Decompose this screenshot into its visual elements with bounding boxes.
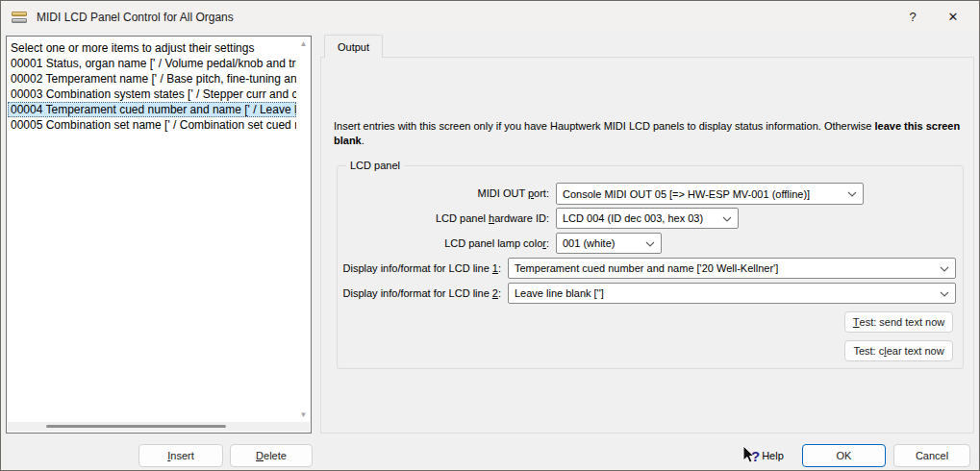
label-text: ardware ID: [494, 212, 549, 224]
label-text: LCD panel [436, 212, 489, 224]
lcd-panel-groupbox: LCD panel MIDI OUT port: Console MIDI OU… [337, 165, 964, 369]
label-mnemonic: D [256, 450, 264, 461]
midi-out-port-select[interactable]: Console MIDI OUT 05 [=> HW-ESP MV-001 (o… [556, 183, 864, 205]
insert-button[interactable]: Insert [138, 444, 223, 467]
help-button[interactable]: ? Help [741, 444, 784, 467]
help-label: Help [762, 450, 784, 461]
chevron-down-icon [940, 291, 949, 297]
instructions-normal: Insert entries with this screen only if … [334, 120, 874, 132]
tab-output-label: Output [338, 41, 369, 53]
chevron-down-icon [847, 191, 857, 197]
label-text: Test: c [853, 345, 884, 357]
items-listbox: Select one or more items to adjust their… [6, 36, 312, 434]
titlebar-buttons: ? ✕ [892, 1, 973, 33]
label-text: Display info/format for LCD line [343, 262, 492, 274]
groupbox-title: LCD panel [346, 159, 404, 172]
list-item[interactable]: 00005 Combination set name [' / Combinat… [8, 117, 296, 133]
label-text: : [498, 262, 501, 274]
lcd-line1-select[interactable]: Temperament cued number and name ['20 We… [508, 258, 956, 279]
label-text: est: send text now [860, 316, 945, 328]
mouse-cursor [741, 445, 755, 467]
horizontal-scrollbar[interactable] [8, 422, 310, 432]
instructions-period: . [362, 135, 364, 146]
list-item-selected[interactable]: 00004 Temperament cued number and name [… [8, 102, 296, 117]
label-mnemonic: T [853, 316, 860, 328]
output-tab-panel: Insert entries with this screen only if … [320, 57, 974, 434]
dialog-window: MIDI LCD Panel Control for All Organs ? … [0, 0, 980, 471]
vertical-scrollbar[interactable]: ▲ ▼ [297, 37, 310, 422]
close-icon[interactable]: ✕ [933, 1, 973, 33]
lcd-line2-value: Leave line blank [''] [515, 287, 604, 299]
hardware-id-value: LCD 004 (ID dec 003, hex 03) [563, 212, 703, 224]
app-icon-top-bar [12, 12, 27, 16]
lamp-color-value: 001 (white) [563, 237, 615, 249]
app-icon [12, 10, 27, 25]
lcd-line2-select[interactable]: Leave line blank [''] [508, 283, 956, 304]
chevron-down-icon [940, 266, 949, 272]
ok-button[interactable]: OK [802, 444, 886, 467]
label-text: ort: [534, 187, 549, 199]
lcd-line1-label: Display info/format for LCD line 1: [343, 258, 501, 279]
label-text: nsert [170, 450, 193, 461]
test-send-text-button[interactable]: Test: send text now [844, 311, 953, 333]
label-text: ear text now [887, 345, 944, 357]
midi-out-port-value: Console MIDI OUT 05 [=> HW-ESP MV-001 (o… [563, 188, 810, 200]
titlebar-help-button[interactable]: ? [892, 1, 933, 33]
label-text: elete [264, 450, 287, 461]
app-icon-bottom-bar [12, 18, 27, 23]
list-header: Select one or more items to adjust their… [8, 40, 296, 56]
test-clear-text-button[interactable]: Test: clear text now [844, 340, 953, 361]
lamp-color-label: LCD panel lamp color: [444, 233, 549, 254]
scrollbar-thumb[interactable] [46, 425, 226, 428]
list-item[interactable]: 00003 Combination system states [' / Ste… [8, 87, 296, 102]
delete-button[interactable]: Delete [230, 444, 313, 467]
list-item[interactable]: 00001 Status, organ name [' / Volume ped… [8, 56, 296, 71]
lamp-color-select[interactable]: 001 (white) [556, 233, 662, 254]
label-text: LCD panel lamp colo [444, 237, 542, 249]
chevron-down-icon [722, 216, 732, 222]
lcd-line1-value: Temperament cued number and name ['20 We… [515, 262, 778, 274]
list-content: Select one or more items to adjust their… [8, 40, 296, 133]
label-text: Display info/format for LCD line [343, 287, 492, 299]
cancel-button[interactable]: Cancel [893, 444, 970, 467]
scroll-up-icon[interactable]: ▲ [300, 40, 308, 48]
tab-output[interactable]: Output [324, 35, 383, 58]
label-text: MIDI OUT [478, 187, 528, 199]
label-text: : [546, 237, 549, 249]
scroll-down-icon[interactable]: ▼ [300, 411, 308, 419]
lcd-line2-label: Display info/format for LCD line 2: [343, 283, 501, 304]
hardware-id-label: LCD panel hardware ID: [436, 208, 549, 229]
label-text: : [498, 287, 501, 299]
window-title: MIDI LCD Panel Control for All Organs [37, 11, 234, 24]
midi-out-port-label: MIDI OUT port: [478, 183, 549, 205]
title-bar: MIDI LCD Panel Control for All Organs ? … [1, 1, 979, 33]
chevron-down-icon [645, 241, 655, 247]
instructions-text: Insert entries with this screen only if … [334, 119, 970, 148]
list-item[interactable]: 00002 Temperament name [' / Base pitch, … [8, 71, 296, 87]
hardware-id-select[interactable]: LCD 004 (ID dec 003, hex 03) [556, 208, 739, 229]
